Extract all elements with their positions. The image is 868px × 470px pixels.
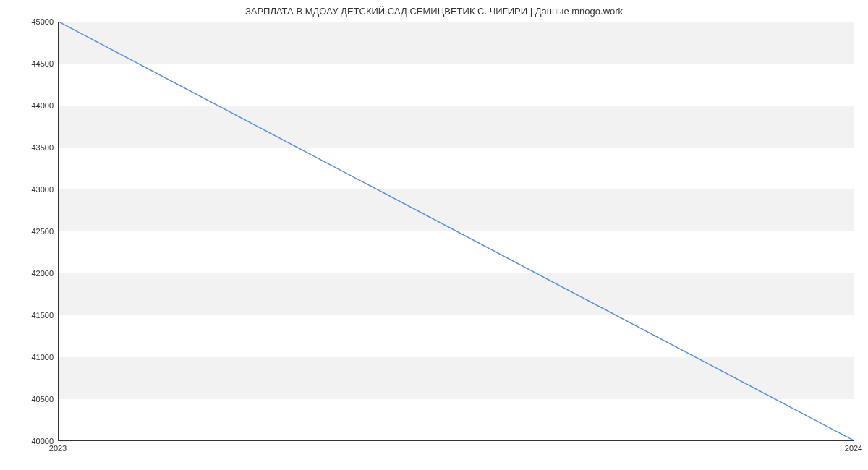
y-tick-label: 43000	[10, 185, 54, 194]
y-tick-label: 41500	[10, 311, 54, 320]
y-tick-label: 40000	[10, 437, 54, 445]
y-tick-label: 41000	[10, 353, 54, 362]
y-tick-label: 42000	[10, 269, 54, 278]
y-tick-label: 44000	[10, 101, 54, 110]
y-tick-label: 44500	[10, 59, 54, 68]
plot-area	[58, 22, 854, 441]
y-tick-label: 43500	[10, 143, 54, 152]
chart-container: ЗАРПЛАТА В МДОАУ ДЕТСКИЙ САД СЕМИЦВЕТИК …	[0, 0, 868, 470]
grid-band	[59, 189, 854, 231]
chart-title: ЗАРПЛАТА В МДОАУ ДЕТСКИЙ САД СЕМИЦВЕТИК …	[0, 6, 868, 17]
grid-band	[59, 106, 854, 148]
y-tick-label: 42500	[10, 227, 54, 236]
grid-band	[59, 273, 854, 315]
grid-band	[59, 357, 854, 399]
y-tick-label: 40500	[10, 395, 54, 403]
y-tick-label: 45000	[10, 17, 54, 26]
x-tick-label: 2023	[49, 444, 67, 453]
grid-band	[59, 22, 854, 64]
x-tick-label: 2024	[845, 444, 862, 453]
